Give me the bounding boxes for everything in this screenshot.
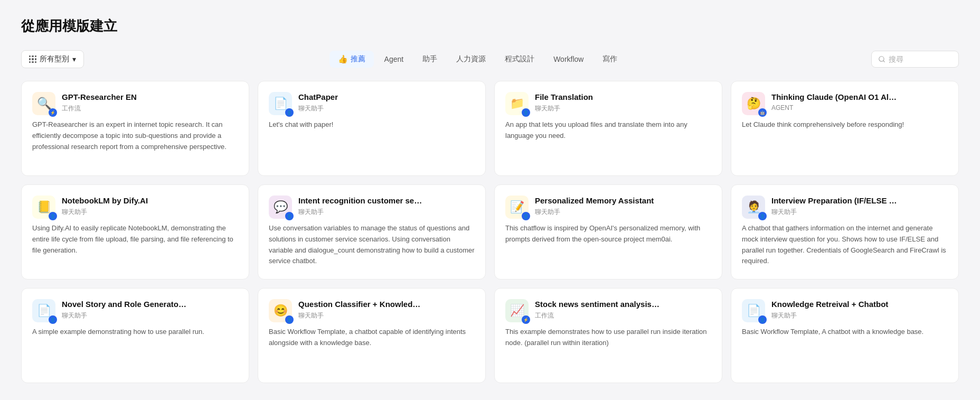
card-emoji-icon: 📈 (510, 304, 524, 318)
card-title-area: Personalized Memory Assistant 聊天助手 (535, 196, 711, 217)
card-title: ChatPaper (298, 92, 425, 103)
card-header: 📈 ⚡ Stock news sentiment analysis (paral… (505, 299, 711, 322)
card-icon: 📄 👤 (742, 299, 765, 322)
card-title: Novel Story and Role Generator (Sim... (62, 299, 189, 310)
card-description: An app that lets you upload files and tr… (505, 119, 711, 165)
card-emoji-icon: 📄 (274, 97, 288, 110)
card-description: Let Claude think comprehensively before … (742, 119, 948, 165)
card-chatpaper[interactable]: 📄 👤 ChatPaper 聊天助手 Let's chat with paper… (258, 81, 486, 176)
filter-tab-recommended[interactable]: 👍推薦 (329, 51, 374, 68)
recommended-label: 推薦 (351, 54, 365, 64)
card-gpt-researcher[interactable]: 🔍 ⚡ GPT-Researcher EN 工作流 GPT-Reasearche… (21, 81, 249, 176)
card-emoji-icon: 📁 (510, 97, 524, 110)
all-types-label: 所有型別 (40, 54, 69, 64)
card-question-classifier[interactable]: 😊 👤 Question Classifier + Knowledge + C.… (258, 288, 486, 383)
card-title: NotebookLM by Dify.AI (62, 196, 189, 206)
card-header: 💬 👤 Intent recognition customer service … (269, 196, 475, 219)
card-title-area: Question Classifier + Knowledge + C... 聊… (298, 299, 475, 320)
filter-tab-workflow[interactable]: Workflow (545, 51, 592, 67)
card-title: GPT-Researcher EN (62, 92, 189, 103)
card-knowledge-retrieval[interactable]: 📄 👤 Knowledge Retreival + Chatbot 聊天助手 B… (731, 288, 959, 383)
card-type: 聊天助手 (771, 208, 948, 217)
card-interview-prep[interactable]: 🧑‍💼 👤 Interview Preparation (IF/ELSE and… (731, 184, 959, 280)
card-badge: 🤖 (758, 108, 767, 117)
card-title-area: Intent recognition customer service 聊天助手 (298, 196, 475, 217)
card-icon: 🔍 ⚡ (32, 92, 55, 115)
workflow-label: Workflow (553, 55, 583, 63)
card-type: 聊天助手 (535, 104, 711, 113)
filter-tab-hr[interactable]: 人力資源 (448, 51, 494, 68)
page-container: 從應用模版建立 所有型別 ▾ 👍推薦Agent助手人力資源程式設計Workflo… (0, 0, 980, 394)
card-description: This chatflow is inspired by OpenAI's pe… (505, 223, 711, 268)
all-types-button[interactable]: 所有型別 ▾ (21, 50, 84, 68)
card-type: 聊天助手 (298, 208, 475, 217)
card-title-area: GPT-Researcher EN 工作流 (62, 92, 238, 113)
card-icon: 📝 👤 (505, 196, 529, 219)
card-title-area: File Translation 聊天助手 (535, 92, 711, 113)
card-type: 聊天助手 (62, 208, 238, 217)
card-type: AGENT (771, 104, 948, 111)
search-box[interactable] (871, 51, 959, 68)
card-badge: 👤 (285, 108, 294, 117)
filter-bar: 所有型別 ▾ 👍推薦Agent助手人力資源程式設計Workflow寫作 (21, 50, 959, 68)
card-type: 聊天助手 (535, 208, 711, 217)
card-emoji-icon: 💬 (274, 200, 288, 214)
assistant-label: 助手 (422, 54, 437, 64)
agent-label: Agent (384, 55, 404, 63)
card-title-area: Interview Preparation (IF/ELSE and P... … (771, 196, 948, 217)
card-title: Interview Preparation (IF/ELSE and P... (771, 196, 898, 206)
card-description: Use conversation variables to manage the… (269, 223, 475, 268)
card-title: Intent recognition customer service (298, 196, 425, 206)
filter-tab-agent[interactable]: Agent (376, 51, 412, 67)
card-emoji-icon: 🤔 (747, 97, 761, 110)
card-emoji-icon: 📄 (37, 304, 51, 318)
card-type: 聊天助手 (771, 311, 948, 320)
card-intent-recognition[interactable]: 💬 👤 Intent recognition customer service … (258, 184, 486, 280)
card-header: 🧑‍💼 👤 Interview Preparation (IF/ELSE and… (742, 196, 948, 219)
card-emoji-icon: 📝 (510, 200, 524, 214)
card-type: 聊天助手 (298, 311, 475, 320)
card-badge: 👤 (758, 315, 767, 324)
card-icon: 🤔 🤖 (742, 92, 765, 115)
filter-tab-assistant[interactable]: 助手 (414, 51, 446, 68)
card-icon: 😊 👤 (269, 299, 292, 322)
card-icon: 💬 👤 (269, 196, 292, 219)
card-title: Thinking Claude (OpenAI O1 Alterna... (771, 92, 898, 103)
card-title-area: Thinking Claude (OpenAI O1 Alterna... AG… (771, 92, 948, 111)
card-title: Stock news sentiment analysis (paral... (535, 299, 662, 310)
card-icon: 📒 👤 (32, 196, 55, 219)
filter-tab-writing[interactable]: 寫作 (594, 51, 626, 68)
card-title-area: NotebookLM by Dify.AI 聊天助手 (62, 196, 238, 217)
hr-label: 人力資源 (456, 54, 486, 64)
filter-tabs: 👍推薦Agent助手人力資源程式設計Workflow寫作 (329, 51, 626, 68)
card-notebooklm[interactable]: 📒 👤 NotebookLM by Dify.AI 聊天助手 Using Dif… (21, 184, 249, 280)
card-description: A chatbot that gathers information on th… (742, 223, 948, 268)
card-personalized-memory[interactable]: 📝 👤 Personalized Memory Assistant 聊天助手 T… (494, 184, 722, 280)
card-description: Basic Workflow Template, a chatbot capab… (269, 327, 475, 372)
card-title-area: Novel Story and Role Generator (Sim... 聊… (62, 299, 238, 320)
programming-label: 程式設計 (505, 54, 534, 64)
card-description: Using Dify.AI to easily replicate Notebo… (32, 223, 238, 268)
card-title: Knowledge Retreival + Chatbot (771, 299, 898, 310)
card-thinking-claude[interactable]: 🤔 🤖 Thinking Claude (OpenAI O1 Alterna..… (731, 81, 959, 176)
card-title-area: Stock news sentiment analysis (paral... … (535, 299, 711, 320)
svg-line-1 (883, 61, 885, 62)
filter-tab-programming[interactable]: 程式設計 (496, 51, 543, 68)
card-icon: 🧑‍💼 👤 (742, 196, 765, 219)
card-badge: 👤 (49, 315, 57, 324)
card-description: Let's chat with paper! (269, 119, 475, 165)
card-type: 工作流 (535, 311, 711, 320)
page-title: 從應用模版建立 (21, 17, 959, 35)
chevron-down-icon: ▾ (72, 55, 76, 63)
card-novel-story[interactable]: 📄 👤 Novel Story and Role Generator (Sim.… (21, 288, 249, 383)
search-icon (878, 55, 885, 63)
search-input[interactable] (889, 55, 952, 63)
card-title-area: ChatPaper 聊天助手 (298, 92, 475, 113)
card-icon: 📈 ⚡ (505, 299, 529, 322)
card-emoji-icon: 🧑‍💼 (747, 200, 761, 214)
card-type: 聊天助手 (298, 104, 475, 113)
card-icon: 📁 👤 (505, 92, 529, 115)
card-badge: ⚡ (522, 315, 530, 324)
card-file-translation[interactable]: 📁 👤 File Translation 聊天助手 An app that le… (494, 81, 722, 176)
card-stock-news[interactable]: 📈 ⚡ Stock news sentiment analysis (paral… (494, 288, 722, 383)
